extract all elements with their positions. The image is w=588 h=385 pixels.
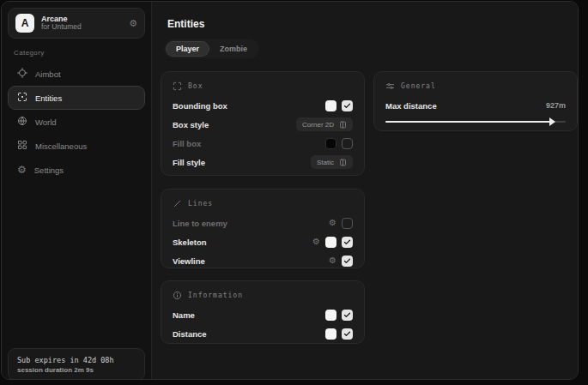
sidebar-item-label: Aimbot [35,69,61,79]
app-subtitle: for Untumed [41,23,122,32]
category-label: Category [14,49,45,57]
setting-row-fill-style: Fill style Static [173,156,353,168]
app-logo: A [15,14,34,33]
lines-section: Lines Line to enemy ⚙ Skeleton ⚙ [161,189,365,268]
setting-label: Skeleton [173,238,312,247]
setting-row-fill-box: Fill box [173,137,353,149]
sidebar-item-label: World [35,117,57,127]
checkbox-unchecked[interactable] [342,138,353,149]
dropdown-value: Corner 2D [302,121,334,129]
setting-label: Fill box [173,139,325,148]
tab-player[interactable]: Player [166,41,209,57]
setting-row-box-style: Box style Corner 2D [173,118,353,130]
select-icon [339,154,347,170]
setting-row-max-distance: Max distance 927m [385,99,566,111]
checkbox-checked[interactable] [342,256,353,267]
sidebar-item-label: Entities [35,93,62,103]
checkbox-unchecked[interactable] [342,218,353,229]
information-section: Information Name Distance [161,280,365,344]
max-distance-value: 927m [546,101,566,110]
brand-card: A Arcane for Untumed ⚙ [8,8,145,39]
setting-label: Box style [173,120,296,129]
sidebar-nav: Aimbot Entities World Miscellaneous [8,62,145,182]
dropdown-value: Static [317,159,334,166]
setting-row-name: Name [173,309,353,321]
diagonal-line-icon [173,196,182,212]
gear-icon[interactable]: ⚙ [312,238,320,246]
fill-style-dropdown[interactable]: Static [311,155,353,169]
setting-label: Viewline [173,256,329,266]
checkbox-checked[interactable] [342,328,353,340]
checkbox-checked[interactable] [342,100,353,111]
general-section: General Max distance 927m [373,71,578,131]
sidebar-item-settings[interactable]: ⚙ Settings [8,158,145,182]
setting-label: Line to enemy [173,219,329,228]
session-duration-text: session duration 2m 9s [17,366,136,374]
select-icon [339,117,347,132]
max-distance-slider[interactable] [385,118,566,125]
color-swatch[interactable] [325,100,336,111]
setting-label: Distance [173,329,325,339]
crosshair-icon [17,68,27,80]
setting-row-bounding-box: Bounding box [173,99,353,111]
box-style-dropdown[interactable]: Corner 2D [296,117,353,131]
sidebar-item-aimbot[interactable]: Aimbot [8,62,145,86]
sub-expires-text: Sub expires in 42d 08h [17,356,136,364]
section-title: General [401,82,436,90]
section-title: Lines [188,200,213,208]
gear-icon[interactable]: ⚙ [129,19,137,28]
setting-label: Bounding box [173,101,325,111]
app-window: A Arcane for Untumed ⚙ Category Aimbot E… [1,1,579,380]
setting-label: Fill style [173,158,311,167]
section-title: Box [188,82,203,90]
grid-icon [17,140,27,152]
setting-label: Max distance [385,101,546,111]
setting-row-viewline: Viewline ⚙ [173,255,353,267]
gear-icon: ⚙ [17,165,27,175]
subscription-card: Sub expires in 42d 08h session duration … [8,348,145,380]
sidebar-item-label: Miscellaneous [35,141,87,151]
sliders-icon [385,79,395,94]
sidebar-item-entities[interactable]: Entities [8,86,145,110]
entity-tabs: Player Zombie [164,39,259,58]
sidebar: A Arcane for Untumed ⚙ Category Aimbot E… [2,2,151,379]
tab-zombie[interactable]: Zombie [209,41,258,57]
color-swatch[interactable] [325,310,336,321]
checkbox-checked[interactable] [342,310,353,321]
main-panel: Entities Player Zombie Box Bounding box [151,2,578,379]
checkbox-checked[interactable] [342,237,353,248]
box-section: Box Bounding box Box style Corner 2D [161,71,365,176]
sidebar-item-world[interactable]: World [8,110,145,134]
sidebar-item-label: Settings [34,165,64,175]
info-icon [173,288,182,304]
slider-thumb[interactable] [549,117,555,126]
color-swatch[interactable] [325,237,336,248]
setting-row-skeleton: Skeleton ⚙ [173,236,353,248]
scan-icon [17,92,27,104]
sidebar-item-miscellaneous[interactable]: Miscellaneous [8,134,145,158]
setting-row-distance: Distance [173,328,353,340]
setting-label: Name [173,310,325,320]
globe-icon [17,116,27,128]
gear-icon[interactable]: ⚙ [329,219,336,227]
slider-fill [385,121,551,123]
setting-row-line-to-enemy: Line to enemy ⚙ [173,217,353,229]
gear-icon[interactable]: ⚙ [329,256,336,265]
section-title: Information [188,292,243,299]
page-title: Entities [167,18,204,30]
color-swatch[interactable] [325,138,336,149]
color-swatch[interactable] [325,328,336,340]
box-corners-icon [173,79,182,94]
